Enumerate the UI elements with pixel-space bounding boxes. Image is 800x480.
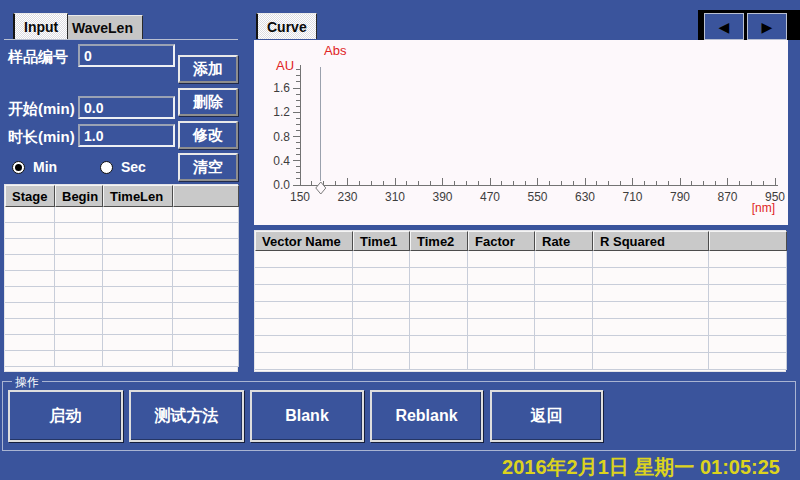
table-cell[interactable] bbox=[353, 302, 410, 319]
table-cell[interactable] bbox=[410, 336, 468, 353]
column-header[interactable]: Time1 bbox=[353, 231, 410, 251]
add-button[interactable]: 添加 bbox=[178, 55, 238, 83]
column-header[interactable]: R Squared bbox=[593, 231, 709, 251]
table-cell[interactable] bbox=[353, 319, 410, 336]
table-cell[interactable] bbox=[5, 303, 55, 319]
table-cell[interactable] bbox=[535, 302, 593, 319]
tab-wavelen[interactable]: WaveLen bbox=[62, 15, 143, 39]
table-cell[interactable] bbox=[709, 319, 787, 336]
table-cell[interactable] bbox=[5, 335, 55, 351]
table-cell[interactable] bbox=[255, 268, 353, 285]
radio-sec[interactable]: Sec bbox=[100, 159, 146, 175]
table-cell[interactable] bbox=[55, 351, 103, 367]
table-cell[interactable] bbox=[55, 287, 103, 303]
table-cell[interactable] bbox=[255, 319, 353, 336]
table-cell[interactable] bbox=[103, 223, 173, 239]
table-cell[interactable] bbox=[55, 303, 103, 319]
result-table[interactable]: Vector NameTime1Time2FactorRateR Squared bbox=[254, 230, 786, 372]
table-cell[interactable] bbox=[593, 336, 709, 353]
table-row[interactable] bbox=[255, 302, 785, 319]
table-cell[interactable] bbox=[353, 336, 410, 353]
test-method-button[interactable]: 测试方法 bbox=[129, 390, 244, 442]
table-cell[interactable] bbox=[55, 271, 103, 287]
table-cell[interactable] bbox=[535, 285, 593, 302]
table-cell[interactable] bbox=[255, 336, 353, 353]
table-cell[interactable] bbox=[173, 287, 239, 303]
radio-min[interactable]: Min bbox=[12, 159, 57, 175]
table-row[interactable] bbox=[5, 255, 237, 271]
reblank-button[interactable]: Reblank bbox=[370, 390, 483, 442]
table-cell[interactable] bbox=[103, 271, 173, 287]
column-header[interactable]: Vector Name bbox=[255, 231, 353, 251]
table-cell[interactable] bbox=[593, 319, 709, 336]
table-cell[interactable] bbox=[410, 285, 468, 302]
table-cell[interactable] bbox=[410, 251, 468, 268]
column-header[interactable]: Begin bbox=[55, 185, 103, 207]
table-cell[interactable] bbox=[709, 268, 787, 285]
table-cell[interactable] bbox=[55, 255, 103, 271]
table-cell[interactable] bbox=[173, 319, 239, 335]
table-cell[interactable] bbox=[173, 239, 239, 255]
table-row[interactable] bbox=[255, 285, 785, 302]
table-cell[interactable] bbox=[173, 351, 239, 367]
table-cell[interactable] bbox=[535, 251, 593, 268]
table-row[interactable] bbox=[5, 207, 237, 223]
table-cell[interactable] bbox=[535, 268, 593, 285]
delete-button[interactable]: 删除 bbox=[178, 88, 238, 116]
table-cell[interactable] bbox=[593, 302, 709, 319]
table-row[interactable] bbox=[255, 336, 785, 353]
table-row[interactable] bbox=[255, 268, 785, 285]
table-cell[interactable] bbox=[410, 353, 468, 370]
table-cell[interactable] bbox=[255, 302, 353, 319]
table-cell[interactable] bbox=[468, 319, 535, 336]
table-cell[interactable] bbox=[55, 319, 103, 335]
table-cell[interactable] bbox=[55, 335, 103, 351]
table-cell[interactable] bbox=[55, 239, 103, 255]
tab-curve[interactable]: Curve bbox=[256, 13, 317, 39]
table-cell[interactable] bbox=[353, 353, 410, 370]
table-row[interactable] bbox=[255, 353, 785, 370]
table-cell[interactable] bbox=[5, 223, 55, 239]
table-cell[interactable] bbox=[103, 239, 173, 255]
table-cell[interactable] bbox=[593, 268, 709, 285]
table-row[interactable] bbox=[255, 319, 785, 336]
table-cell[interactable] bbox=[55, 223, 103, 239]
table-cell[interactable] bbox=[535, 336, 593, 353]
table-cell[interactable] bbox=[353, 251, 410, 268]
table-cell[interactable] bbox=[173, 303, 239, 319]
table-cell[interactable] bbox=[468, 336, 535, 353]
column-header[interactable]: Factor bbox=[468, 231, 535, 251]
sample-no-input[interactable] bbox=[78, 44, 175, 67]
table-row[interactable] bbox=[5, 335, 237, 351]
next-button[interactable]: ▶ bbox=[747, 13, 787, 40]
table-cell[interactable] bbox=[410, 319, 468, 336]
table-row[interactable] bbox=[5, 223, 237, 239]
table-row[interactable] bbox=[5, 351, 237, 367]
table-cell[interactable] bbox=[468, 268, 535, 285]
table-cell[interactable] bbox=[709, 336, 787, 353]
table-cell[interactable] bbox=[5, 239, 55, 255]
table-cell[interactable] bbox=[103, 287, 173, 303]
table-cell[interactable] bbox=[709, 285, 787, 302]
column-header[interactable] bbox=[709, 231, 787, 251]
table-cell[interactable] bbox=[173, 335, 239, 351]
table-row[interactable] bbox=[5, 303, 237, 319]
table-cell[interactable] bbox=[103, 319, 173, 335]
start-button[interactable]: 启动 bbox=[8, 390, 123, 442]
table-cell[interactable] bbox=[255, 285, 353, 302]
begin-input[interactable] bbox=[78, 96, 175, 119]
table-cell[interactable] bbox=[535, 353, 593, 370]
table-cell[interactable] bbox=[173, 255, 239, 271]
table-cell[interactable] bbox=[5, 207, 55, 223]
column-header[interactable]: Time2 bbox=[410, 231, 468, 251]
table-cell[interactable] bbox=[593, 353, 709, 370]
column-header[interactable]: Rate bbox=[535, 231, 593, 251]
table-cell[interactable] bbox=[5, 351, 55, 367]
table-cell[interactable] bbox=[410, 302, 468, 319]
table-cell[interactable] bbox=[468, 251, 535, 268]
stage-table[interactable]: StageBeginTimeLen bbox=[4, 184, 238, 372]
table-cell[interactable] bbox=[709, 353, 787, 370]
table-cell[interactable] bbox=[468, 285, 535, 302]
table-row[interactable] bbox=[5, 319, 237, 335]
column-header[interactable]: TimeLen bbox=[103, 185, 173, 207]
